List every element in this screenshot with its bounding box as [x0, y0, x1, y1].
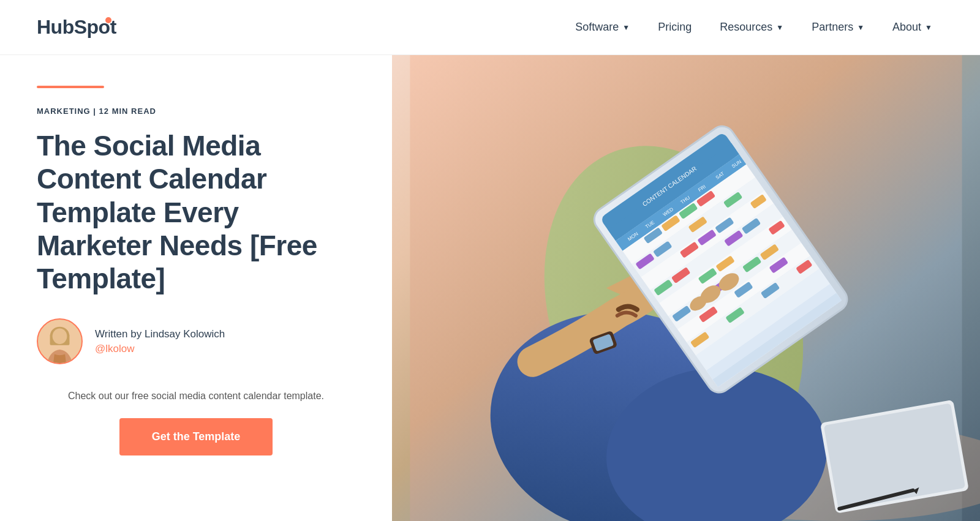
chevron-down-icon: ▼: [925, 23, 932, 32]
author-info: Written by Lindsay Kolowich @lkolow: [95, 328, 225, 355]
orange-accent-bar: [37, 86, 104, 88]
tablet-scene: CONTENT CALENDAR MON TUE WED THU FRI SAT…: [392, 55, 980, 521]
hero-illustration: CONTENT CALENDAR MON TUE WED THU FRI SAT…: [392, 55, 980, 521]
article-title: The Social Media Content Calendar Templa…: [37, 129, 355, 295]
article-category: MARKETING | 12 MIN READ: [37, 107, 355, 116]
nav-item-pricing[interactable]: Pricing: [647, 15, 703, 40]
nav-link-pricing[interactable]: Pricing: [647, 15, 703, 40]
hero-image-panel: CONTENT CALENDAR MON TUE WED THU FRI SAT…: [392, 55, 980, 521]
nav-item-software[interactable]: Software ▼: [564, 15, 641, 40]
chevron-down-icon: ▼: [776, 23, 783, 32]
main-content: MARKETING | 12 MIN READ The Social Media…: [0, 55, 980, 521]
hubspot-logo[interactable]: HubSpot: [37, 16, 116, 39]
cta-description: Check out our free social media content …: [37, 389, 355, 403]
get-template-button[interactable]: Get the Template: [119, 418, 273, 455]
avatar-silhouette-svg: [43, 325, 77, 363]
author-avatar: [37, 318, 83, 364]
nav-link-software[interactable]: Software ▼: [564, 15, 641, 40]
chevron-down-icon: ▼: [857, 23, 864, 32]
article-left-panel: MARKETING | 12 MIN READ The Social Media…: [0, 55, 392, 521]
nav-item-about[interactable]: About ▼: [881, 15, 943, 40]
nav-link-about[interactable]: About ▼: [881, 15, 943, 40]
main-nav: HubSpot Software ▼ Pricing Resources ▼ P…: [0, 0, 980, 55]
nav-item-partners[interactable]: Partners ▼: [801, 15, 875, 40]
logo-text: HubSpot: [37, 16, 116, 39]
author-block: Written by Lindsay Kolowich @lkolow: [37, 318, 355, 364]
author-written-by: Written by Lindsay Kolowich: [95, 328, 225, 340]
chevron-down-icon: ▼: [622, 23, 630, 32]
nav-link-partners[interactable]: Partners ▼: [801, 15, 875, 40]
svg-point-2: [53, 329, 67, 345]
author-handle-link[interactable]: @lkolow: [95, 343, 225, 355]
nav-link-resources[interactable]: Resources ▼: [709, 15, 794, 40]
nav-links: Software ▼ Pricing Resources ▼ Partners …: [564, 15, 943, 40]
nav-item-resources[interactable]: Resources ▼: [709, 15, 794, 40]
